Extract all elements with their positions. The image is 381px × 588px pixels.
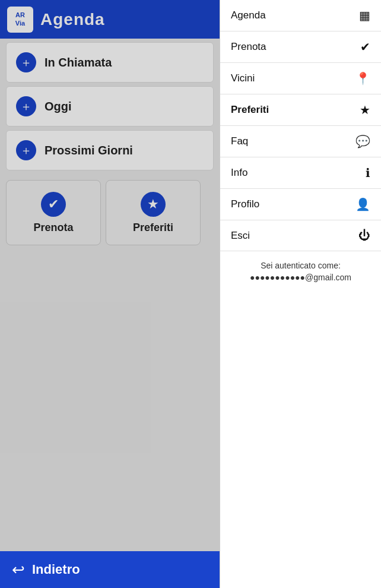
plus-icon-oggi: ＋ (16, 96, 36, 116)
menu-label-agenda: Agenda (231, 10, 266, 21)
menu-label-vicini: Vicini (231, 72, 255, 84)
user-icon: 👤 (355, 197, 370, 211)
menu-label-preferiti: Preferiti (231, 104, 269, 116)
chat-icon: 💬 (355, 134, 370, 148)
prenota-label: Prenota (33, 222, 73, 234)
nav-label-chiamata: In Chiamata (45, 56, 112, 69)
nav-item-oggi[interactable]: ＋ Oggi (6, 86, 214, 127)
prenota-button[interactable]: ✔ Prenota (6, 180, 101, 245)
nav-label-oggi: Oggi (45, 100, 72, 113)
menu-item-vicini[interactable]: Vicini 📍 (220, 63, 381, 94)
prenota-icon: ✔ (41, 192, 66, 217)
main-panel: ARVia Agenda ＋ In Chiamata ＋ Oggi ＋ Pros… (0, 0, 220, 588)
bottom-bar[interactable]: ↩ Indietro (0, 551, 220, 588)
back-label: Indietro (32, 562, 80, 577)
preferiti-label: Preferiti (133, 222, 173, 234)
menu-item-info[interactable]: Info ℹ (220, 157, 381, 189)
menu-item-preferiti[interactable]: Preferiti ★ (220, 94, 381, 126)
nav-item-in-chiamata[interactable]: ＋ In Chiamata (6, 42, 214, 83)
menu-label-profilo: Profilo (231, 198, 259, 210)
power-icon: ⏻ (358, 229, 370, 242)
menu-label-faq: Faq (231, 135, 248, 147)
menu-item-faq[interactable]: Faq 💬 (220, 126, 381, 157)
logo-box: ARVia (7, 7, 33, 33)
menu-panel: Agenda ▦ Prenota ✔ Vicini 📍 Preferiti ★ … (220, 0, 381, 588)
check-icon: ✔ (360, 40, 370, 54)
app-title: Agenda (40, 10, 105, 29)
menu-label-esci: Esci (231, 230, 250, 242)
menu-item-prenota[interactable]: Prenota ✔ (220, 31, 381, 63)
menu-item-agenda[interactable]: Agenda ▦ (220, 0, 381, 31)
nav-label-prossimi: Prossimi Giorni (45, 144, 133, 157)
nav-item-prossimi-giorni[interactable]: ＋ Prossimi Giorni (6, 130, 214, 170)
header: ARVia Agenda (0, 0, 220, 39)
calendar-icon: ▦ (359, 8, 370, 23)
auth-label: Sei autenticato come: (228, 261, 373, 270)
star-icon: ★ (360, 103, 370, 117)
logo-text: ARVia (15, 11, 25, 27)
preferiti-button[interactable]: ★ Preferiti (106, 180, 201, 245)
back-icon: ↩ (12, 561, 25, 579)
location-icon: 📍 (355, 71, 370, 86)
action-grid: ✔ Prenota ★ Preferiti (0, 170, 220, 245)
plus-icon-prossimi: ＋ (16, 140, 36, 160)
preferiti-icon: ★ (141, 192, 166, 217)
menu-item-esci[interactable]: Esci ⏻ (220, 220, 381, 251)
menu-label-info: Info (231, 167, 247, 179)
plus-icon-chiamata: ＋ (16, 52, 36, 72)
info-icon: ℹ (366, 166, 370, 180)
auth-email: ●●●●●●●●●●●@gmail.com (228, 273, 373, 282)
auth-section: Sei autenticato come: ●●●●●●●●●●●@gmail.… (220, 251, 381, 292)
menu-label-prenota: Prenota (231, 41, 266, 53)
menu-item-profilo[interactable]: Profilo 👤 (220, 189, 381, 220)
